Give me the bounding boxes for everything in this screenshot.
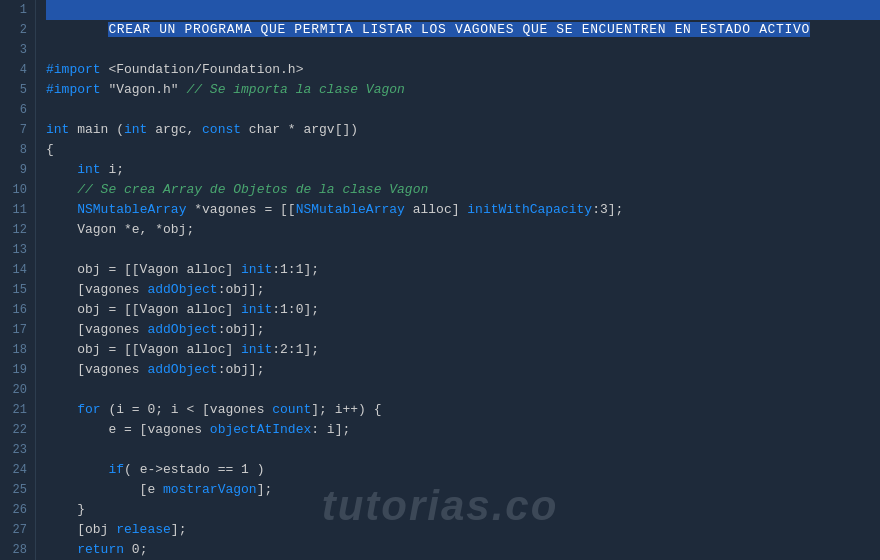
return-val: 0;	[124, 542, 147, 557]
mostrarvagon-method: mostrarVagon	[163, 482, 257, 497]
nsmutablearray2-class: NSMutableArray	[296, 202, 405, 217]
code-content: CREAR UN PROGRAMA QUE PERMITA LISTAR LOS…	[36, 0, 880, 560]
count-method: count	[272, 402, 311, 417]
code-line-17: [vagones addObject:obj];	[46, 320, 880, 340]
line-num-19: 19	[0, 360, 35, 380]
init3-params: :2:1];	[272, 342, 319, 357]
init3-method: init	[241, 342, 272, 357]
code-line-13	[46, 240, 880, 260]
import2-comment: // Se importa la clase Vagon	[186, 82, 404, 97]
addobject2-params: :obj];	[218, 322, 265, 337]
import-path: <Foundation/Foundation.h>	[101, 62, 304, 77]
addobject2-method: addObject	[147, 322, 217, 337]
indent25: [e	[46, 482, 163, 497]
line-numbers: 1 2 3 4 5 6 7 8 9 10 11 12 13 14 15 16 1…	[0, 0, 36, 560]
line-num-15: 15	[0, 280, 35, 300]
indent11	[46, 202, 77, 217]
import2-keyword: #import	[46, 82, 101, 97]
line-num-27: 27	[0, 520, 35, 540]
line-num-10: 10	[0, 180, 35, 200]
line-num-7: 7	[0, 120, 35, 140]
line-num-22: 22	[0, 420, 35, 440]
mostrarvagon-end: ];	[257, 482, 273, 497]
main-decl: main (	[69, 122, 124, 137]
int3-keyword: int	[77, 162, 100, 177]
indent14: obj = [[Vagon alloc]	[46, 262, 241, 277]
preprocessor-keyword: #import	[46, 62, 101, 77]
line-num-11: 11	[0, 200, 35, 220]
code-line-21: for (i = 0; i < [vagones count]; i++) {	[46, 400, 880, 420]
char-decl: char * argv[])	[241, 122, 358, 137]
line-num-17: 17	[0, 320, 35, 340]
code-line-20	[46, 380, 880, 400]
line-num-1: 1	[0, 0, 35, 20]
code-line-28: return 0;	[46, 540, 880, 560]
code-line-19: [vagones addObject:obj];	[46, 360, 880, 380]
line-num-3: 3	[0, 40, 35, 60]
indent9	[46, 162, 77, 177]
code-line-16: obj = [[Vagon alloc] init:1:0];	[46, 300, 880, 320]
code-line-15: [vagones addObject:obj];	[46, 280, 880, 300]
const-keyword: const	[202, 122, 241, 137]
addobject3-method: addObject	[147, 362, 217, 377]
import2-file: "Vagon.h"	[101, 82, 187, 97]
code-line-10: // Se crea Array de Objetos de la clase …	[46, 180, 880, 200]
line-num-16: 16	[0, 300, 35, 320]
line-num-24: 24	[0, 460, 35, 480]
initwithcapacity-method: initWithCapacity	[467, 202, 592, 217]
release-method: release	[116, 522, 171, 537]
indent17: [vagones	[46, 322, 147, 337]
objectatindex-method: objectAtIndex	[210, 422, 311, 437]
indent27: [obj	[46, 522, 116, 537]
indent15: [vagones	[46, 282, 147, 297]
init1-method: init	[241, 262, 272, 277]
vagones-decl: *vagones = [[	[186, 202, 295, 217]
indent22: e = [vagones	[46, 422, 210, 437]
code-line-27: [obj release];	[46, 520, 880, 540]
line1-text: CREAR UN PROGRAMA QUE PERMITA LISTAR LOS…	[108, 22, 809, 37]
release-end: ];	[171, 522, 187, 537]
indent19: [vagones	[46, 362, 147, 377]
code-line-3	[46, 40, 880, 60]
line-num-28: 28	[0, 540, 35, 560]
line-num-26: 26	[0, 500, 35, 520]
int2-keyword: int	[124, 122, 147, 137]
indent16: obj = [[Vagon alloc]	[46, 302, 241, 317]
for-close-brace: }	[46, 502, 85, 517]
code-editor: 1 2 3 4 5 6 7 8 9 10 11 12 13 14 15 16 1…	[0, 0, 880, 560]
indent12: Vagon *e, *obj;	[46, 222, 194, 237]
for-keyword: for	[77, 402, 100, 417]
code-line-6	[46, 100, 880, 120]
if-condition: ( e->estado == 1 )	[124, 462, 264, 477]
line-num-21: 21	[0, 400, 35, 420]
code-line-1: CREAR UN PROGRAMA QUE PERMITA LISTAR LOS…	[46, 0, 880, 20]
init2-method: init	[241, 302, 272, 317]
code-line-26: }	[46, 500, 880, 520]
line-num-20: 20	[0, 380, 35, 400]
comment-line10: // Se crea Array de Objetos de la clase …	[77, 182, 428, 197]
code-line-11: NSMutableArray *vagones = [[NSMutableArr…	[46, 200, 880, 220]
line-num-13: 13	[0, 240, 35, 260]
line-num-23: 23	[0, 440, 35, 460]
addobject1-method: addObject	[147, 282, 217, 297]
indent21	[46, 402, 77, 417]
code-line-5: #import "Vagon.h" // Se importa la clase…	[46, 80, 880, 100]
code-line-4: #import <Foundation/Foundation.h>	[46, 60, 880, 80]
code-line-14: obj = [[Vagon alloc] init:1:1];	[46, 260, 880, 280]
indent24	[46, 462, 108, 477]
code-area: 1 2 3 4 5 6 7 8 9 10 11 12 13 14 15 16 1…	[0, 0, 880, 560]
alloc-call: alloc]	[405, 202, 467, 217]
code-line-18: obj = [[Vagon alloc] init:2:1];	[46, 340, 880, 360]
indent18: obj = [[Vagon alloc]	[46, 342, 241, 357]
addobject1-params: :obj];	[218, 282, 265, 297]
code-line-24: if( e->estado == 1 )	[46, 460, 880, 480]
code-line-9: int i;	[46, 160, 880, 180]
code-line-23	[46, 440, 880, 460]
return-keyword: return	[77, 542, 124, 557]
line-num-5: 5	[0, 80, 35, 100]
for-init: (i = 0; i < [vagones	[101, 402, 273, 417]
indent28	[46, 542, 77, 557]
line-num-9: 9	[0, 160, 35, 180]
line-num-8: 8	[0, 140, 35, 160]
line-num-18: 18	[0, 340, 35, 360]
